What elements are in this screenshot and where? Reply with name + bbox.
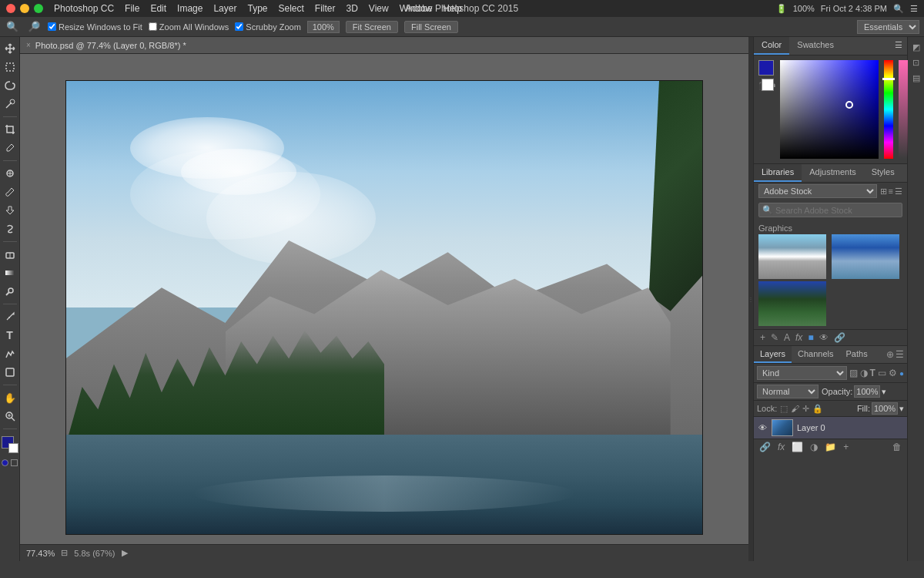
eye-icon[interactable]: 👁 [818, 331, 830, 344]
lock-all[interactable]: 🔒 [812, 404, 823, 414]
opacity-input[interactable] [854, 385, 880, 398]
menu-edit[interactable]: Edit [146, 2, 171, 15]
tool-gradient[interactable] [2, 264, 18, 281]
tool-hand[interactable]: ✋ [2, 389, 18, 406]
color-swatches[interactable] [2, 436, 18, 453]
search-icon[interactable]: 🔍 [893, 4, 904, 14]
hue-slider[interactable] [884, 60, 893, 159]
link-icon[interactable]: 🔗 [832, 331, 847, 344]
layer-visibility-toggle[interactable]: 👁 [757, 422, 768, 433]
grid-view-button[interactable]: ⊞ [880, 187, 887, 197]
adobe-stock-select[interactable]: Adobe Stock [758, 184, 877, 198]
scrubby-zoom-checkbox[interactable] [235, 22, 243, 31]
filter-pixel-icon[interactable]: ▨ [849, 368, 858, 378]
tool-path-selection[interactable] [2, 345, 18, 362]
panel-options-button[interactable]: ☰ [895, 187, 902, 197]
tab-swatches[interactable]: Swatches [789, 37, 842, 55]
panel-icon-2[interactable]: ⊡ [909, 55, 923, 69]
blend-mode-select[interactable]: Normal Dissolve Multiply Screen Overlay [757, 385, 819, 398]
filter-on-off[interactable]: ● [899, 369, 904, 378]
scrubby-zoom-option[interactable]: Scrubby Zoom [235, 22, 301, 32]
layers-panel-menu[interactable]: ☰ [896, 349, 904, 360]
tool-text[interactable]: T [2, 327, 18, 344]
lock-transparent-pixels[interactable]: ⬚ [780, 404, 788, 414]
zoom-all-windows-option[interactable]: Zoom All Windows [149, 22, 229, 32]
tab-channels[interactable]: Channels [792, 346, 839, 363]
new-adjustment-button[interactable]: ◑ [808, 442, 820, 452]
tab-adjustments[interactable]: Adjustments [802, 164, 864, 182]
menu-view[interactable]: View [364, 2, 393, 15]
background-color-swatch[interactable] [762, 79, 774, 91]
fx-icon[interactable]: fx [794, 331, 804, 344]
tool-brush[interactable] [2, 183, 18, 200]
menu-image[interactable]: Image [172, 2, 207, 15]
zoom-input[interactable] [307, 21, 340, 33]
panel-icon-3[interactable]: ▤ [909, 71, 923, 85]
zoom-in-icon[interactable]: 🔍 [5, 21, 20, 32]
tool-healing[interactable] [2, 165, 18, 182]
tool-lasso[interactable] [2, 77, 18, 94]
list-view-button[interactable]: ≡ [889, 187, 893, 197]
text-lib-icon[interactable]: A [782, 331, 792, 344]
filter-adjustment-icon[interactable]: ◑ [860, 368, 868, 378]
close-button[interactable] [6, 4, 15, 13]
document-close-button[interactable]: × [26, 41, 31, 49]
fill-input[interactable] [872, 402, 898, 415]
menu-3d[interactable]: 3D [342, 2, 363, 15]
menu-filter[interactable]: Filter [310, 2, 340, 15]
menu-photoshop[interactable]: Photoshop CC [49, 2, 119, 15]
add-content-icon[interactable]: + [758, 331, 767, 344]
menu-file[interactable]: File [120, 2, 144, 15]
workspace-select[interactable]: Essentials [857, 20, 919, 34]
zoom-all-windows-checkbox[interactable] [149, 22, 157, 31]
opacity-arrow[interactable]: ▾ [882, 387, 886, 397]
library-search-input[interactable] [775, 206, 899, 215]
tool-eyedropper[interactable] [2, 139, 18, 156]
delete-layer-button[interactable]: 🗑 [890, 442, 904, 452]
fill-screen-button[interactable]: Fill Screen [404, 21, 458, 33]
menu-select[interactable]: Select [273, 2, 308, 15]
tab-libraries[interactable]: Libraries [754, 164, 802, 182]
alpha-slider[interactable] [899, 60, 908, 159]
menu-layer[interactable]: Layer [209, 2, 241, 15]
tab-paths[interactable]: Paths [840, 346, 874, 363]
link-layers-button[interactable]: 🔗 [757, 442, 773, 452]
color-panel-menu[interactable]: ☰ [890, 37, 907, 55]
tool-wand[interactable] [2, 96, 18, 113]
layer-row-0[interactable]: 👁 Layer 0 [754, 417, 907, 439]
resize-windows-option[interactable]: Resize Windows to Fit [48, 22, 142, 32]
minimize-button[interactable] [20, 4, 29, 13]
graphic-thumbnail-lake[interactable] [832, 234, 899, 279]
tool-clone[interactable] [2, 202, 18, 219]
zoom-out-icon[interactable]: 🔎 [26, 21, 42, 32]
fill-arrow[interactable]: ▾ [899, 404, 904, 414]
fit-screen-button[interactable]: Fit Screen [346, 21, 398, 33]
standard-mode-icon[interactable] [11, 459, 18, 466]
tool-pen[interactable] [2, 308, 18, 325]
tool-shape[interactable] [2, 364, 18, 381]
lock-image-pixels[interactable]: 🖌 [791, 404, 799, 413]
library-search[interactable]: 🔍 [758, 203, 902, 217]
tab-color[interactable]: Color [754, 37, 789, 55]
graphic-thumbnail-mountain[interactable] [758, 234, 826, 279]
filter-shape-icon[interactable]: ▭ [878, 368, 886, 378]
tool-history-brush[interactable] [2, 220, 18, 237]
menu-type[interactable]: Type [243, 2, 272, 15]
layers-panel-new-group[interactable]: ⊕ [886, 349, 894, 360]
color-swatch-lib-icon[interactable]: ■ [806, 331, 815, 344]
filter-smart-icon[interactable]: ⚙ [889, 368, 897, 378]
add-mask-button[interactable]: ⬜ [789, 442, 805, 452]
pencil-icon[interactable]: ✎ [769, 331, 780, 344]
resize-windows-checkbox[interactable] [48, 22, 56, 31]
graphic-thumbnail-forest[interactable] [758, 281, 826, 326]
new-layer-button[interactable]: + [841, 442, 851, 452]
background-color[interactable] [8, 443, 18, 453]
canvas-image[interactable] [65, 80, 703, 535]
tool-dodge[interactable] [2, 283, 18, 300]
tab-layers[interactable]: Layers [754, 346, 792, 363]
tool-eraser[interactable] [2, 246, 18, 263]
hue-saturation-picker[interactable] [780, 60, 879, 159]
tool-zoom[interactable] [2, 408, 18, 425]
add-style-button[interactable]: fx [775, 442, 787, 452]
foreground-color-swatch[interactable] [758, 60, 774, 76]
